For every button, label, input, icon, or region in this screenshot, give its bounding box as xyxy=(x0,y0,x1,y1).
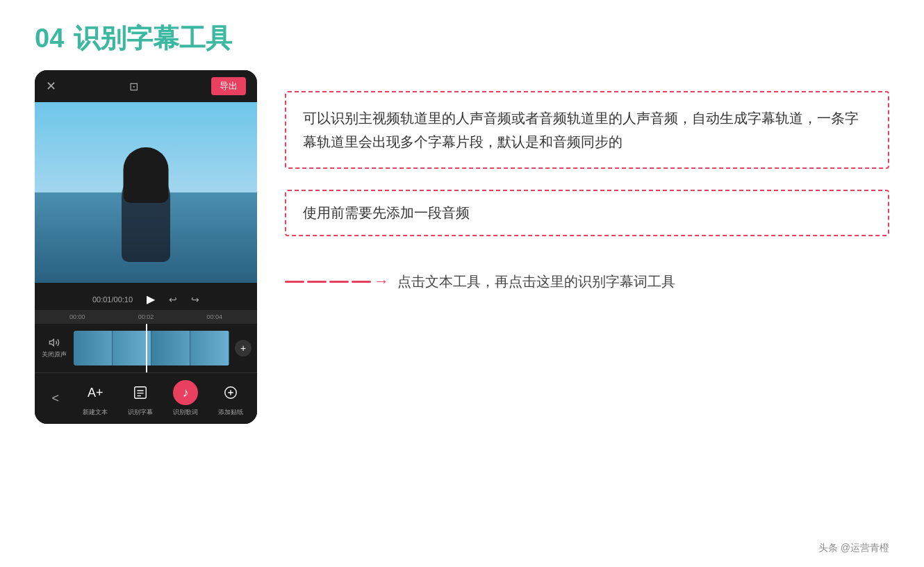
track-segment xyxy=(74,331,113,365)
title-text: 识别字幕工具 xyxy=(74,21,232,56)
toolbar-item-label-recognize-subtitle: 识别字幕 xyxy=(128,408,153,417)
ruler-mark: 00:04 xyxy=(206,313,222,320)
info-box-2: 使用前需要先添加一段音频 xyxy=(285,190,889,236)
right-content: 可以识别主视频轨道里的人声音频或者音频轨道里的人声音频，自动生成字幕轨道，一条字… xyxy=(285,70,889,292)
arrow-text: 点击文本工具，再点击这里的识别字幕词工具 xyxy=(397,271,675,292)
toolbar-item-add-sticker[interactable]: 添加贴纸 xyxy=(218,380,243,417)
arrow-head-icon: → xyxy=(374,272,389,290)
redo-icon[interactable]: ↪ xyxy=(191,294,199,305)
phone-mockup: ✕ ⊡ 导出 xyxy=(35,70,257,424)
expand-icon[interactable]: ⊡ xyxy=(129,80,138,93)
ruler-marks: 00:00 00:02 00:04 xyxy=(69,313,222,320)
svg-rect-1 xyxy=(135,387,147,399)
video-preview xyxy=(35,102,257,283)
timeline-ruler: 00:00 00:02 00:04 xyxy=(35,310,257,324)
track-segment xyxy=(190,331,229,365)
new-text-icon: A+ xyxy=(83,380,108,405)
play-icon[interactable]: ▶ xyxy=(147,293,155,306)
toolbar-item-label-add-sticker: 添加贴纸 xyxy=(218,408,243,417)
video-track xyxy=(74,331,229,365)
toolbar-item-label-new-text: 新建文本 xyxy=(83,408,108,417)
export-button[interactable]: 导出 xyxy=(211,77,246,95)
track-label-text: 关闭原声 xyxy=(42,350,67,359)
dashed-arrow: → xyxy=(285,272,389,290)
timeline-area: 00:01/00:10 ▶ ↩ ↪ 00:00 00:02 00:04 xyxy=(35,283,257,372)
timeline-time: 00:01/00:10 xyxy=(92,295,133,304)
person-hair xyxy=(124,147,169,203)
track-segment xyxy=(151,331,190,365)
info-box-2-text: 使用前需要先添加一段音频 xyxy=(303,205,470,220)
ruler-mark: 00:00 xyxy=(69,313,85,320)
dash-1 xyxy=(285,281,304,283)
phone-top-bar: ✕ ⊡ 导出 xyxy=(35,70,257,102)
toolbar-item-recognize-lyrics[interactable]: ♪ 识别歌词 xyxy=(173,380,198,417)
bottom-toolbar: < A+ 新建文本 xyxy=(35,372,257,424)
page-container: 04 识别字幕工具 ✕ ⊡ 导出 xyxy=(0,0,924,567)
recognize-lyrics-icon: ♪ xyxy=(173,380,198,405)
watermark: 头条 @运营青橙 xyxy=(818,542,889,554)
track-label: 关闭原声 xyxy=(40,337,68,359)
dash-3 xyxy=(329,281,349,283)
info-box-1: 可以识别主视频轨道里的人声音频或者音频轨道里的人声音频，自动生成字幕轨道，一条字… xyxy=(285,91,889,169)
toolbar-back-button[interactable]: < xyxy=(49,388,63,409)
timeline-track-area: 关闭原声 + xyxy=(35,324,257,372)
phone-wrapper: ✕ ⊡ 导出 xyxy=(35,70,257,424)
toolbar-item-new-text[interactable]: A+ 新建文本 xyxy=(83,380,108,417)
info-box-1-text: 可以识别主视频轨道里的人声音频或者音频轨道里的人声音频，自动生成字幕轨道，一条字… xyxy=(303,110,859,149)
person-silhouette xyxy=(115,172,177,283)
svg-marker-0 xyxy=(49,339,53,345)
volume-icon xyxy=(49,337,60,348)
dash-4 xyxy=(352,281,371,283)
recognize-subtitle-icon xyxy=(128,380,153,405)
add-sticker-icon xyxy=(218,380,243,405)
page-title: 04 识别字幕工具 xyxy=(35,21,889,56)
title-number: 04 xyxy=(35,24,64,54)
ruler-mark: 00:02 xyxy=(138,313,154,320)
undo-icon[interactable]: ↩ xyxy=(169,294,177,305)
add-track-button[interactable]: + xyxy=(235,340,251,356)
timeline-controls: 00:01/00:10 ▶ ↩ ↪ xyxy=(35,288,257,310)
toolbar-item-label-recognize-lyrics: 识别歌词 xyxy=(173,408,198,417)
toolbar-item-recognize-subtitle[interactable]: 识别字幕 xyxy=(128,380,153,417)
arrow-area: → 点击文本工具，再点击这里的识别字幕词工具 xyxy=(285,271,889,292)
close-icon[interactable]: ✕ xyxy=(46,79,56,94)
dash-2 xyxy=(307,281,327,283)
main-layout: ✕ ⊡ 导出 xyxy=(35,70,889,424)
timeline-cursor xyxy=(146,324,147,372)
